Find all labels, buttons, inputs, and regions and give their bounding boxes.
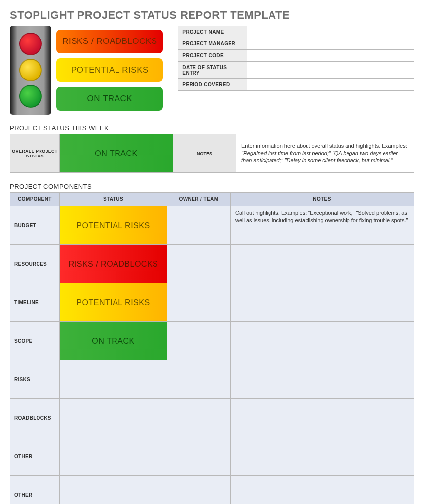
table-row: OTHER [10,476,414,504]
overall-notes-examples: "Regained lost time from last period;" "… [241,150,398,163]
component-status-pill: RISKS / ROADBLOCKS [60,245,167,283]
component-owner-cell[interactable] [167,322,231,360]
table-row: RESOURCESRISKS / ROADBLOCKS [10,245,414,283]
status-week-table: OVERALL PROJECT STATUS ON TRACK NOTES En… [10,134,414,173]
overall-status-cell[interactable]: ON TRACK [60,134,173,173]
components-col-header: OWNER / TEAM [167,193,231,206]
component-owner-cell[interactable] [167,360,231,399]
component-status-cell[interactable] [60,476,167,504]
legend-red: RISKS / ROADBLOCKS [56,30,163,53]
component-name: SCOPE [10,322,60,360]
components-col-header: COMPONENT [10,193,60,206]
notes-label: NOTES [173,134,236,173]
meta-row: DATE OF STATUS ENTRY [178,62,414,79]
component-owner-cell[interactable] [167,399,231,437]
component-name: BUDGET [10,206,60,245]
component-status-cell[interactable] [60,360,167,399]
page-title: STOPLIGHT PROJECT STATUS REPORT TEMPLATE [10,9,414,22]
section-status-week-heading: PROJECT STATUS THIS WEEK [10,124,414,132]
component-notes-cell[interactable] [231,245,414,283]
component-notes-cell[interactable] [231,437,414,476]
table-row: TIMELINEPOTENTIAL RISKS [10,283,414,322]
meta-row: PERIOD COVERED [178,79,414,91]
components-table: COMPONENTSTATUSOWNER / TEAMNOTES BUDGETP… [10,192,414,504]
meta-row: PROJECT CODE [178,50,414,62]
component-name: OTHER [10,476,60,504]
component-owner-cell[interactable] [167,283,231,322]
overall-status-pill: ON TRACK [60,134,173,172]
table-row: ROADBLOCKS [10,399,414,437]
meta-key: PROJECT CODE [178,50,247,62]
component-owner-cell[interactable] [167,245,231,283]
meta-row: PROJECT MANAGER [178,38,414,50]
component-owner-cell[interactable] [167,206,231,245]
meta-value[interactable] [247,38,414,50]
component-status-cell[interactable] [60,399,167,437]
component-status-cell[interactable]: POTENTIAL RISKS [60,206,167,245]
overall-notes-intro: Enter information here about overall sta… [241,143,407,149]
table-row: BUDGETPOTENTIAL RISKSCall out highlights… [10,206,414,245]
component-name: TIMELINE [10,283,60,322]
legend-yellow: POTENTIAL RISKS [56,58,163,82]
components-col-header: STATUS [60,193,167,206]
component-owner-cell[interactable] [167,476,231,504]
meta-row: PROJECT NAME [178,26,414,38]
components-col-header: NOTES [231,193,414,206]
meta-value[interactable] [247,26,414,38]
component-notes-cell[interactable] [231,283,414,322]
table-row: SCOPEON TRACK [10,322,414,360]
component-name: ROADBLOCKS [10,399,60,437]
meta-value[interactable] [247,50,414,62]
stoplight-green-light [19,85,42,108]
stoplight-icon [10,26,51,115]
stoplight-red-light [19,33,42,55]
overall-notes-cell[interactable]: Enter information here about overall sta… [236,134,414,173]
status-legend: RISKS / ROADBLOCKS POTENTIAL RISKS ON TR… [56,26,163,111]
component-owner-cell[interactable] [167,437,231,476]
component-status-cell[interactable] [60,437,167,476]
component-name: RISKS [10,360,60,399]
meta-key: PROJECT NAME [178,26,247,38]
table-row: OTHER [10,437,414,476]
component-notes-cell[interactable] [231,322,414,360]
component-status-cell[interactable]: RISKS / ROADBLOCKS [60,245,167,283]
component-status-pill: ON TRACK [60,322,167,360]
meta-value[interactable] [247,62,414,79]
component-name: OTHER [10,437,60,476]
legend-green: ON TRACK [56,87,163,111]
component-name: RESOURCES [10,245,60,283]
component-status-cell[interactable]: ON TRACK [60,322,167,360]
component-notes-cell[interactable]: Call out highlights. Examples: "Exceptio… [231,206,414,245]
component-status-pill: POTENTIAL RISKS [60,206,167,244]
component-status-pill: POTENTIAL RISKS [60,283,167,321]
meta-key: PERIOD COVERED [178,79,247,91]
component-notes-cell[interactable] [231,399,414,437]
component-notes-cell[interactable] [231,360,414,399]
meta-key: DATE OF STATUS ENTRY [178,62,247,79]
meta-value[interactable] [247,79,414,91]
component-notes-cell[interactable] [231,476,414,504]
meta-key: PROJECT MANAGER [178,38,247,50]
section-components-heading: PROJECT COMPONENTS [10,183,414,190]
table-row: RISKS [10,360,414,399]
overall-status-label: OVERALL PROJECT STATUS [10,134,60,173]
stoplight-yellow-light [19,59,42,81]
project-meta-table: PROJECT NAMEPROJECT MANAGERPROJECT CODED… [178,26,414,91]
component-status-cell[interactable]: POTENTIAL RISKS [60,283,167,322]
